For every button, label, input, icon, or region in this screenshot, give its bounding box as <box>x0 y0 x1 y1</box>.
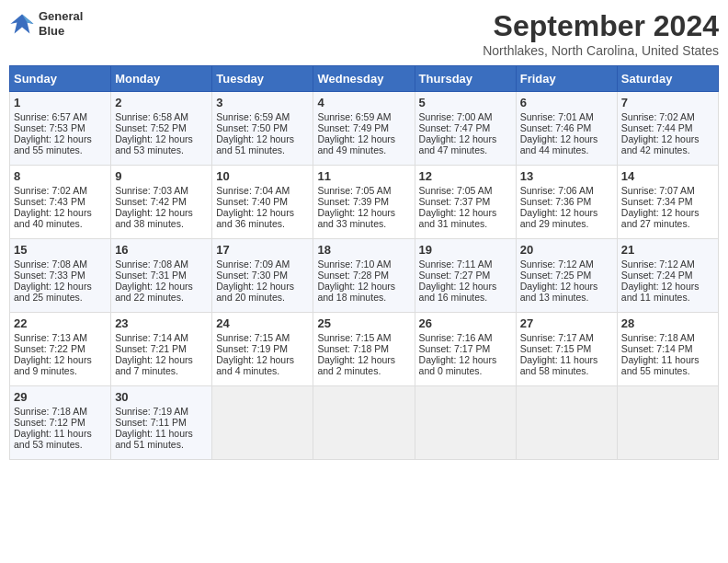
header-cell-monday: Monday <box>111 66 212 92</box>
day-info-line: Sunset: 7:42 PM <box>115 196 208 207</box>
day-info-line: and 13 minutes. <box>520 292 613 303</box>
day-info-line: Daylight: 12 hours <box>419 133 512 144</box>
day-info-line: and 27 minutes. <box>621 218 714 229</box>
day-info-line: and 51 minutes. <box>115 439 208 450</box>
day-info-line: Sunrise: 7:00 AM <box>419 111 512 122</box>
day-info-line: Sunset: 7:19 PM <box>216 343 309 354</box>
day-cell: 23Sunrise: 7:14 AMSunset: 7:21 PMDayligh… <box>111 313 212 386</box>
day-info-line: Daylight: 12 hours <box>115 281 208 292</box>
day-info-line: Sunrise: 7:11 AM <box>419 259 512 270</box>
day-info-line: Daylight: 12 hours <box>520 133 613 144</box>
day-info-line: Sunset: 7:40 PM <box>216 196 309 207</box>
day-info-line: and 38 minutes. <box>115 218 208 229</box>
day-info-line: and 11 minutes. <box>621 292 714 303</box>
day-info-line: Sunset: 7:47 PM <box>419 122 512 133</box>
day-info-line: Sunrise: 6:59 AM <box>317 111 410 122</box>
day-cell: 29Sunrise: 7:18 AMSunset: 7:12 PMDayligh… <box>10 386 111 460</box>
day-cell: 15Sunrise: 7:08 AMSunset: 7:33 PMDayligh… <box>10 239 111 313</box>
day-cell: 2Sunrise: 6:58 AMSunset: 7:52 PMDaylight… <box>111 92 212 166</box>
header-cell-tuesday: Tuesday <box>212 66 313 92</box>
day-info-line: Sunset: 7:27 PM <box>419 270 512 281</box>
day-number: 4 <box>317 96 410 109</box>
day-info-line: Daylight: 12 hours <box>317 133 410 144</box>
day-info-line: and 55 minutes. <box>14 144 107 155</box>
day-info-line: and 0 minutes. <box>419 365 512 376</box>
day-number: 19 <box>419 243 512 257</box>
day-number: 21 <box>621 243 714 257</box>
day-info-line: Daylight: 12 hours <box>14 207 107 218</box>
day-info-line: Daylight: 11 hours <box>115 428 208 439</box>
day-info-line: Sunset: 7:25 PM <box>520 270 613 281</box>
day-info-line: Daylight: 12 hours <box>115 133 208 144</box>
day-info-line: and 29 minutes. <box>520 218 613 229</box>
day-cell: 9Sunrise: 7:03 AMSunset: 7:42 PMDaylight… <box>111 166 212 239</box>
day-number: 24 <box>216 316 309 330</box>
day-info-line: Daylight: 12 hours <box>621 281 714 292</box>
day-cell: 21Sunrise: 7:12 AMSunset: 7:24 PMDayligh… <box>617 239 718 313</box>
title-area: September 2024 Northlakes, North Carolin… <box>483 9 719 58</box>
day-number: 13 <box>520 169 613 183</box>
day-info-line: Sunset: 7:49 PM <box>317 122 410 133</box>
day-info-line: Daylight: 12 hours <box>14 354 107 365</box>
day-cell <box>516 386 617 460</box>
day-cell: 4Sunrise: 6:59 AMSunset: 7:49 PMDaylight… <box>313 92 415 166</box>
day-info-line: and 25 minutes. <box>14 292 107 303</box>
day-cell: 8Sunrise: 7:02 AMSunset: 7:43 PMDaylight… <box>10 166 111 239</box>
day-cell: 25Sunrise: 7:15 AMSunset: 7:18 PMDayligh… <box>313 313 415 386</box>
day-number: 2 <box>115 96 208 109</box>
day-info-line: Sunrise: 7:04 AM <box>216 185 309 196</box>
day-info-line: and 55 minutes. <box>621 365 714 376</box>
logo-line1: General <box>39 9 83 24</box>
day-number: 5 <box>419 96 512 109</box>
day-info-line: Daylight: 12 hours <box>115 207 208 218</box>
day-info-line: Daylight: 12 hours <box>14 133 107 144</box>
day-info-line: Sunset: 7:43 PM <box>14 196 107 207</box>
calendar-header: SundayMondayTuesdayWednesdayThursdayFrid… <box>10 66 719 92</box>
day-info-line: Sunset: 7:15 PM <box>520 343 613 354</box>
day-cell: 14Sunrise: 7:07 AMSunset: 7:34 PMDayligh… <box>617 166 718 239</box>
day-info-line: Daylight: 12 hours <box>216 281 309 292</box>
day-cell: 26Sunrise: 7:16 AMSunset: 7:17 PMDayligh… <box>415 313 516 386</box>
day-number: 16 <box>115 243 208 257</box>
day-info-line: and 2 minutes. <box>317 365 410 376</box>
day-info-line: Sunrise: 6:57 AM <box>14 111 107 122</box>
day-info-line: Sunrise: 7:12 AM <box>621 259 714 270</box>
day-info-line: Sunset: 7:11 PM <box>115 417 208 428</box>
day-info-line: and 58 minutes. <box>520 365 613 376</box>
day-info-line: Sunset: 7:34 PM <box>621 196 714 207</box>
day-info-line: and 16 minutes. <box>419 292 512 303</box>
day-cell <box>212 386 313 460</box>
day-info-line: Sunset: 7:21 PM <box>115 343 208 354</box>
day-info-line: Sunrise: 7:08 AM <box>14 259 107 270</box>
day-info-line: and 42 minutes. <box>621 144 714 155</box>
day-number: 23 <box>115 316 208 330</box>
day-cell: 10Sunrise: 7:04 AMSunset: 7:40 PMDayligh… <box>212 166 313 239</box>
day-cell: 1Sunrise: 6:57 AMSunset: 7:53 PMDaylight… <box>10 92 111 166</box>
day-cell: 18Sunrise: 7:10 AMSunset: 7:28 PMDayligh… <box>313 239 415 313</box>
day-info-line: and 36 minutes. <box>216 218 309 229</box>
header-cell-sunday: Sunday <box>10 66 111 92</box>
day-number: 8 <box>14 169 107 183</box>
day-info-line: and 44 minutes. <box>520 144 613 155</box>
day-cell <box>313 386 415 460</box>
day-info-line: Sunset: 7:30 PM <box>216 270 309 281</box>
day-number: 14 <box>621 169 714 183</box>
day-info-line: Daylight: 12 hours <box>520 281 613 292</box>
calendar-table: SundayMondayTuesdayWednesdayThursdayFrid… <box>9 65 719 460</box>
day-number: 11 <box>317 169 410 183</box>
page-header: General Blue September 2024 Northlakes, … <box>9 9 719 58</box>
day-cell: 24Sunrise: 7:15 AMSunset: 7:19 PMDayligh… <box>212 313 313 386</box>
day-info-line: Sunset: 7:31 PM <box>115 270 208 281</box>
day-number: 30 <box>115 390 208 404</box>
day-info-line: Daylight: 12 hours <box>115 354 208 365</box>
day-info-line: and 31 minutes. <box>419 218 512 229</box>
header-cell-thursday: Thursday <box>415 66 516 92</box>
day-cell: 27Sunrise: 7:17 AMSunset: 7:15 PMDayligh… <box>516 313 617 386</box>
day-info-line: Daylight: 11 hours <box>520 354 613 365</box>
day-info-line: Sunset: 7:28 PM <box>317 270 410 281</box>
day-info-line: Sunset: 7:14 PM <box>621 343 714 354</box>
day-info-line: Sunset: 7:24 PM <box>621 270 714 281</box>
day-info-line: Daylight: 12 hours <box>419 207 512 218</box>
week-row-3: 15Sunrise: 7:08 AMSunset: 7:33 PMDayligh… <box>10 239 719 313</box>
day-info-line: Sunrise: 7:10 AM <box>317 259 410 270</box>
